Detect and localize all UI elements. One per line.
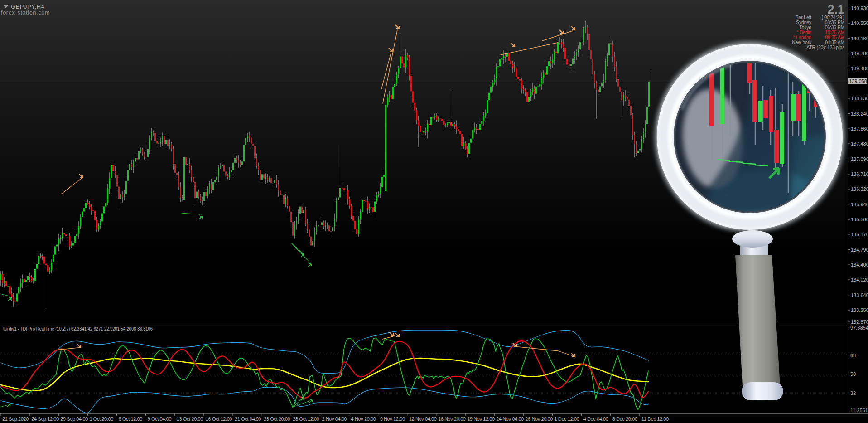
svg-text:21 Sep 2020: 21 Sep 2020: [2, 416, 29, 422]
svg-text:ATR (20): 123 pips: ATR (20): 123 pips: [806, 44, 844, 50]
svg-text:136.320: 136.320: [851, 186, 868, 192]
svg-text:50: 50: [850, 371, 856, 377]
svg-text:11 Dec 12:00: 11 Dec 12:00: [641, 416, 669, 422]
svg-text:134.400: 134.400: [851, 262, 868, 267]
svg-text:135.170: 135.170: [851, 232, 868, 237]
svg-text:21 Oct 04:00: 21 Oct 04:00: [235, 416, 261, 422]
svg-text:134.020: 134.020: [851, 277, 868, 282]
svg-text:132.870: 132.870: [851, 319, 868, 325]
svg-text:11.2551: 11.2551: [850, 408, 868, 413]
svg-text:1 Oct 20:00: 1 Oct 20:00: [89, 416, 113, 422]
svg-text:135.560: 135.560: [851, 217, 868, 222]
svg-text:139.780: 139.780: [851, 51, 868, 56]
svg-text:2 Nov 04:00: 2 Nov 04:00: [322, 416, 347, 422]
svg-text:16 Oct 12:00: 16 Oct 12:00: [206, 416, 232, 422]
svg-text:139.058: 139.058: [849, 78, 867, 84]
svg-text:135.940: 135.940: [851, 202, 868, 207]
svg-text:4 Dec 04:00: 4 Dec 04:00: [583, 416, 608, 422]
svg-text:32: 32: [850, 390, 856, 396]
svg-text:6 Oct 12:00: 6 Oct 12:00: [119, 416, 143, 422]
svg-text:8 Dec 20:00: 8 Dec 20:00: [612, 416, 637, 422]
svg-text:28 Oct 12:00: 28 Oct 12:00: [293, 416, 319, 422]
svg-text:24 Nov 04:00: 24 Nov 04:00: [496, 416, 524, 422]
svg-text:139.400: 139.400: [851, 66, 868, 71]
svg-text:138.240: 138.240: [851, 111, 868, 117]
svg-text:140.930: 140.930: [851, 5, 868, 11]
svg-text:136.710: 136.710: [851, 171, 868, 177]
svg-text:137.860: 137.860: [851, 126, 868, 131]
svg-text:26 Nov 20:00: 26 Nov 20:00: [525, 416, 553, 422]
svg-text:140.550: 140.550: [851, 20, 868, 26]
svg-text:68: 68: [850, 353, 856, 358]
svg-text:24 Sep 12:00: 24 Sep 12:00: [31, 416, 59, 422]
svg-text:137.090: 137.090: [851, 156, 868, 162]
svg-text:138.630: 138.630: [851, 96, 868, 101]
svg-text:9 Nov 12:00: 9 Nov 12:00: [380, 416, 405, 422]
svg-text:140.160: 140.160: [851, 36, 868, 41]
svg-text:133.250: 133.250: [851, 307, 868, 313]
svg-text:134.790: 134.790: [851, 247, 868, 253]
svg-text:1 Dec 12:00: 1 Dec 12:00: [554, 416, 579, 422]
svg-text:9 Oct 04:00: 9 Oct 04:00: [148, 416, 172, 422]
svg-text:137.480: 137.480: [851, 141, 868, 146]
svg-text:12 Nov 04:00: 12 Nov 04:00: [409, 416, 437, 422]
svg-text:forex-station.com: forex-station.com: [1, 9, 50, 16]
svg-text:23 Oct 20:00: 23 Oct 20:00: [264, 416, 290, 422]
svg-text:97.6854: 97.6854: [850, 325, 868, 331]
svg-text:13 Oct 20:00: 13 Oct 20:00: [177, 416, 203, 422]
svg-text:tdi div1 - TDI Pro RealTime (1: tdi div1 - TDI Pro RealTime (10,2,7) 62.…: [3, 326, 153, 331]
svg-text:133.640: 133.640: [851, 292, 868, 298]
svg-text:16 Nov 20:00: 16 Nov 20:00: [438, 416, 466, 422]
svg-text:29 Sep 04:00: 29 Sep 04:00: [60, 416, 88, 422]
svg-text:4 Nov 20:00: 4 Nov 20:00: [351, 416, 376, 422]
svg-text:19 Nov 12:00: 19 Nov 12:00: [467, 416, 495, 422]
